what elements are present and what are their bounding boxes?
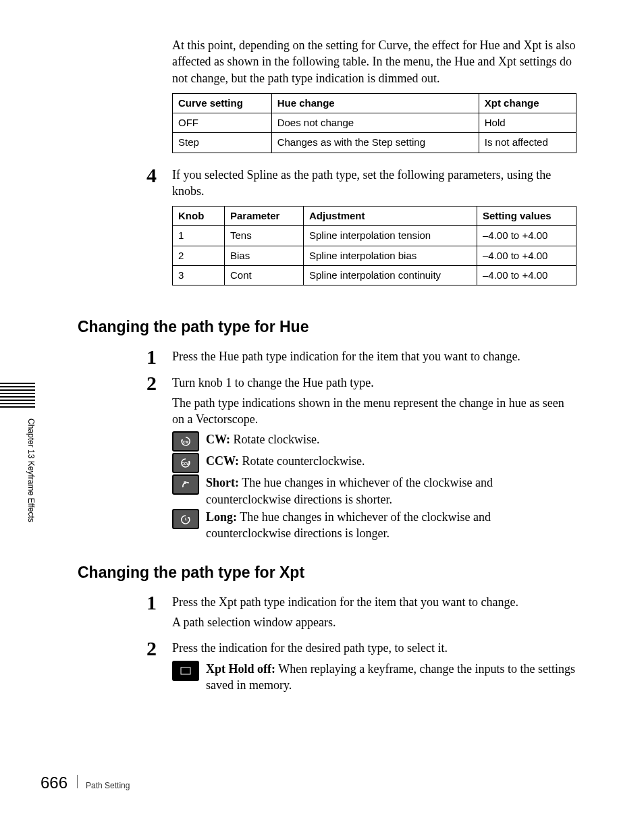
table-cell: Is not affected (479, 133, 576, 153)
xpt-step1-text: Press the Xpt path type indication for t… (172, 594, 576, 610)
table-header: Adjustment (304, 207, 477, 226)
xpt-step1-desc: A path selection window appears. (172, 614, 576, 630)
page-number: 666 (41, 772, 68, 794)
table-cell: Tens (225, 226, 304, 246)
curve-setting-table: Curve setting Hue change Xpt change OFF … (172, 93, 576, 153)
table-cell: –4.00 to +4.00 (477, 246, 576, 265)
table-header: Curve setting (173, 93, 272, 113)
table-header: Xpt change (479, 93, 576, 113)
section-title-hue: Changing the path type for Hue (78, 317, 576, 337)
chapter-label: Chapter 13 Keyframe Effects (26, 418, 36, 522)
hue-step2-text: Turn knob 1 to change the Hue path type. (172, 375, 576, 391)
xpt-hold-off-icon (172, 661, 199, 681)
cw-description: CW: Rotate clockwise. (206, 431, 576, 447)
svg-text:S: S (184, 481, 186, 485)
short-icon: S (172, 474, 199, 495)
table-cell: Cont (225, 265, 304, 285)
cw-icon: CW (172, 431, 199, 452)
step-number-1: 1 (146, 347, 172, 369)
table-cell: Does not change (271, 113, 479, 133)
footer-section-name: Path Setting (86, 780, 130, 791)
table-cell: 3 (173, 265, 225, 285)
table-row: Step Changes as with the Step setting Is… (173, 133, 576, 153)
table-cell: Changes as with the Step setting (271, 133, 479, 153)
table-row: 2 Bias Spline interpolation bias –4.00 t… (173, 246, 576, 265)
step-number-1: 1 (146, 593, 172, 635)
table-header: Hue change (271, 93, 479, 113)
svg-text:CCW: CCW (182, 462, 190, 466)
table-cell: Spline interpolation tension (304, 226, 477, 246)
ccw-icon: CCW (172, 453, 199, 473)
knob-table: Knob Parameter Adjustment Setting values… (172, 206, 576, 285)
ccw-description: CCW: Rotate counterclockwise. (206, 453, 576, 469)
step-number-2: 2 (146, 638, 172, 697)
table-row: OFF Does not change Hold (173, 113, 576, 133)
table-cell: OFF (173, 113, 272, 133)
svg-text:CW: CW (183, 440, 189, 444)
step-4-text: If you selected Spline as the path type,… (172, 167, 576, 200)
svg-rect-4 (181, 667, 190, 674)
table-row: 3 Cont Spline interpolation continuity –… (173, 265, 576, 285)
table-cell: Spline interpolation continuity (304, 265, 477, 285)
table-header: Knob (173, 207, 225, 226)
table-cell: 1 (173, 226, 225, 246)
table-cell: 2 (173, 246, 225, 265)
table-header: Setting values (477, 207, 576, 226)
hue-step2-desc: The path type indications shown in the m… (172, 395, 576, 428)
section-title-xpt: Changing the path type for Xpt (78, 562, 576, 583)
table-cell: –4.00 to +4.00 (477, 265, 576, 285)
table-cell: –4.00 to +4.00 (477, 226, 576, 246)
svg-text:L: L (185, 517, 188, 521)
table-row: 1 Tens Spline interpolation tension –4.0… (173, 226, 576, 246)
intro-paragraph: At this point, depending on the setting … (172, 37, 576, 86)
step-number-2: 2 (146, 373, 172, 543)
table-cell: Step (173, 133, 272, 153)
table-cell: Spline interpolation bias (304, 246, 477, 265)
step-number-4: 4 (146, 165, 172, 298)
table-cell: Bias (225, 246, 304, 265)
long-description: Long: The hue changes in whichever of th… (206, 509, 576, 542)
xpt-step2-text: Press the indication for the desired pat… (172, 640, 576, 656)
xpt-hold-off-description: Xpt Hold off: When replaying a keyframe,… (206, 661, 576, 694)
side-margin-lines (0, 383, 35, 410)
hue-step1-text: Press the Hue path type indication for t… (172, 348, 576, 364)
short-description: Short: The hue changes in whichever of t… (206, 474, 576, 508)
table-header: Parameter (225, 207, 304, 226)
long-icon: L (172, 509, 199, 529)
footer-separator (77, 775, 78, 788)
table-cell: Hold (479, 113, 576, 133)
